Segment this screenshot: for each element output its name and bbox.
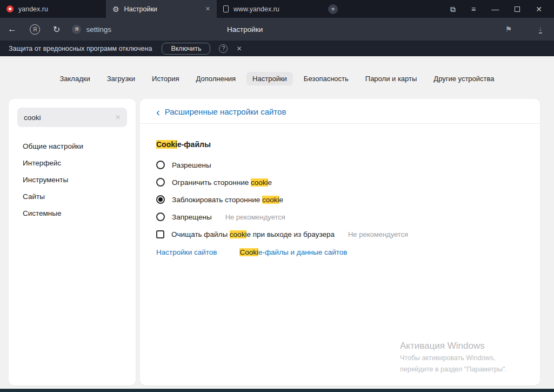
tab-bar: yandex.ru ⚙ Настройки ✕ www.yandex.ru + …	[0, 0, 554, 18]
radio-option-forbidden[interactable]: Запрещены Не рекомендуется	[156, 208, 524, 225]
option-note: Не рекомендуется	[348, 230, 408, 238]
nav-item-settings[interactable]: Настройки	[246, 72, 293, 85]
radio-option-block-third-party[interactable]: Заблокировать сторонние cookie	[156, 191, 524, 208]
radio-icon[interactable]	[156, 212, 165, 221]
tab-panel-icon[interactable]: ⧉	[450, 5, 456, 13]
address-toolbar: ← Я ↻ Я settings Настройки ⚑ ↓	[0, 18, 554, 41]
tab-title: yandex.ru	[18, 5, 99, 13]
nav-item-other-devices[interactable]: Другие устройства	[428, 72, 500, 85]
tab-settings[interactable]: ⚙ Настройки ✕	[106, 0, 217, 18]
settings-nav: Закладки Загрузки История Дополнения Нас…	[0, 72, 554, 85]
settings-page: Закладки Загрузки История Дополнения Нас…	[0, 56, 554, 389]
nav-item-bookmarks[interactable]: Закладки	[54, 72, 96, 85]
tab-title: www.yandex.ru	[233, 5, 314, 13]
browser-window: yandex.ru ⚙ Настройки ✕ www.yandex.ru + …	[0, 0, 554, 392]
notification-bar: Защита от вредоносных программ отключена…	[0, 41, 554, 56]
nav-item-passwords[interactable]: Пароли и карты	[359, 72, 423, 85]
maximize-icon[interactable]	[515, 6, 520, 12]
cookie-settings-body: Cookie-файлы Разрешены Ограничить сторон…	[140, 124, 540, 256]
enable-protection-button[interactable]: Включить	[162, 43, 210, 55]
site-settings-link[interactable]: Настройки сайтов	[156, 248, 217, 256]
bottom-edge-strip	[0, 389, 554, 392]
option-note: Не рекомендуется	[225, 213, 285, 221]
settings-sidebar: ✕ Общие настройки Интерфейс Инструменты …	[9, 99, 136, 386]
checkbox-icon[interactable]	[156, 230, 164, 238]
back-icon[interactable]: ←	[8, 24, 17, 35]
option-label: Ограничить сторонние cookie	[172, 178, 272, 187]
page-favicon-icon: Я	[72, 25, 81, 34]
checkbox-option-clear-on-exit[interactable]: Очищать файлы cookie при выходе из брауз…	[156, 225, 524, 243]
option-label: Очищать файлы cookie при выходе из брауз…	[171, 230, 335, 238]
address-text[interactable]: settings	[86, 25, 111, 34]
sidebar-item-interface[interactable]: Интерфейс	[17, 155, 127, 171]
windows-activation-watermark: Активация Windows Чтобы активировать Win…	[400, 340, 507, 375]
tab-yandex-ru[interactable]: yandex.ru	[0, 0, 106, 18]
tab-title: Настройки	[124, 5, 198, 13]
radio-icon[interactable]	[156, 178, 165, 187]
radio-option-allowed[interactable]: Разрешены	[156, 156, 524, 174]
search-highlight: cooki	[230, 230, 247, 238]
related-links: Настройки сайтов Cookie-файлы и данные с…	[156, 248, 524, 256]
menu-icon[interactable]: ≡	[471, 5, 476, 13]
bookmark-icon[interactable]: ⚑	[505, 18, 512, 41]
cookie-data-link[interactable]: Cookie-файлы и данные сайтов	[239, 248, 347, 256]
minimize-icon[interactable]: —	[491, 5, 499, 13]
tab-close-icon[interactable]: ✕	[205, 5, 210, 12]
search-highlight: cooki	[262, 196, 279, 204]
option-label: Запрещены	[172, 213, 212, 221]
help-icon[interactable]: ?	[219, 44, 228, 53]
radio-icon[interactable]	[156, 161, 165, 169]
settings-search[interactable]: ✕	[17, 108, 127, 127]
sidebar-item-system[interactable]: Системные	[17, 205, 127, 222]
notification-text: Защита от вредоносных программ отключена	[9, 45, 152, 52]
watermark-line: Чтобы активировать Windows,	[400, 353, 507, 364]
refresh-icon[interactable]: ↻	[53, 24, 60, 35]
gear-icon: ⚙	[112, 5, 119, 14]
tab-www-yandex-ru[interactable]: www.yandex.ru	[217, 0, 321, 18]
sidebar-item-general[interactable]: Общие настройки	[17, 138, 127, 155]
content-header-title: Расширенные настройки сайтов	[165, 107, 286, 116]
option-label: Заблокировать сторонние cookie	[172, 196, 283, 204]
nav-item-history[interactable]: История	[146, 72, 185, 85]
search-input[interactable]	[24, 114, 112, 122]
nav-item-security[interactable]: Безопасность	[298, 72, 355, 85]
yandex-button-icon[interactable]: Я	[30, 24, 40, 35]
new-tab-button[interactable]: +	[328, 4, 338, 14]
sidebar-item-tools[interactable]: Инструменты	[17, 171, 127, 188]
option-label: Разрешены	[172, 161, 211, 169]
page-title: Настройки	[227, 18, 263, 41]
search-highlight: Cooki	[156, 140, 177, 149]
page-icon	[223, 5, 229, 12]
notification-close-icon[interactable]: ✕	[236, 45, 242, 52]
chevron-left-icon[interactable]: ‹	[156, 108, 160, 116]
downloads-icon[interactable]: ↓	[539, 25, 543, 34]
yandex-favicon-icon	[6, 5, 14, 12]
sidebar-item-sites[interactable]: Сайты	[17, 188, 127, 205]
clear-search-icon[interactable]: ✕	[115, 114, 121, 121]
radio-checked-icon[interactable]	[156, 195, 165, 204]
watermark-title: Активация Windows	[400, 340, 507, 353]
sidebar-sections: Общие настройки Интерфейс Инструменты Са…	[17, 138, 127, 222]
nav-item-extensions[interactable]: Дополнения	[190, 72, 242, 85]
watermark-line: перейдите в раздел "Параметры".	[400, 364, 507, 375]
search-highlight: cooki	[251, 178, 268, 187]
advanced-site-settings-header[interactable]: ‹ Расширенные настройки сайтов	[140, 99, 540, 124]
cookie-section-title: Cookie-файлы	[156, 140, 524, 149]
radio-option-limit-third-party[interactable]: Ограничить сторонние cookie	[156, 174, 524, 191]
tabbar-right-controls: ⧉ ≡ — ✕	[450, 0, 554, 18]
window-close-icon[interactable]: ✕	[536, 5, 542, 13]
nav-item-downloads[interactable]: Загрузки	[101, 72, 141, 85]
search-highlight: Cooki	[239, 248, 258, 256]
